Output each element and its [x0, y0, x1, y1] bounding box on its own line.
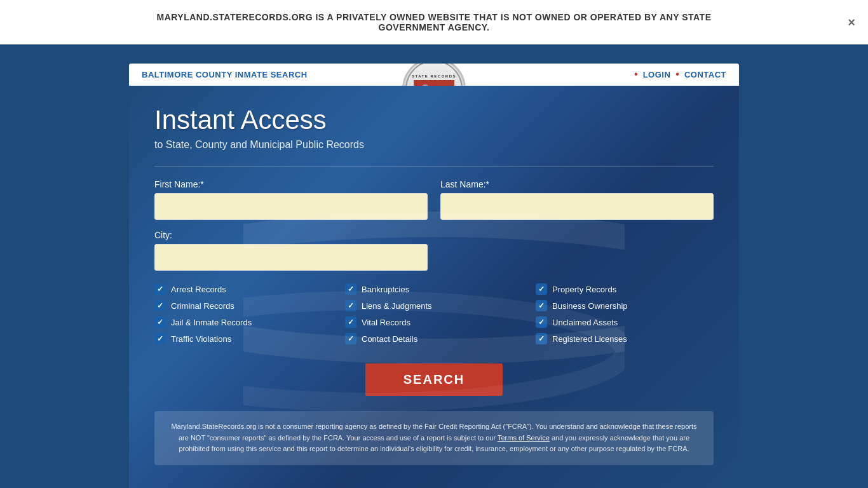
banner-close-button[interactable]: × [848, 15, 855, 29]
site-header: BALTIMORE COUNTY INMATE SEARCH STATE REC… [129, 64, 739, 86]
first-name-group: First Name:* [154, 179, 428, 220]
checkboxes-grid: Arrest RecordsBankruptciesProperty Recor… [154, 283, 714, 344]
checkbox-item-9: Traffic Violations [154, 333, 332, 344]
first-name-label: First Name:* [154, 179, 428, 189]
checkbox-icon-4[interactable] [345, 300, 356, 311]
checkbox-label-9: Traffic Violations [171, 334, 231, 344]
checkbox-label-4: Liens & Judgments [362, 301, 432, 311]
checkbox-item-6: Jail & Inmate Records [154, 316, 332, 328]
checkbox-item-11: Registered Licenses [536, 333, 714, 344]
logo-top-text: STATE RECORDS [412, 74, 456, 78]
banner-text: MARYLAND.STATERECORDS.ORG IS A PRIVATELY… [148, 12, 720, 32]
checkbox-icon-10[interactable] [345, 333, 356, 344]
main-container: BALTIMORE COUNTY INMATE SEARCH STATE REC… [129, 64, 739, 488]
disclaimer: Maryland.StateRecords.org is not a consu… [154, 411, 714, 465]
first-name-input[interactable] [154, 193, 428, 220]
checkbox-label-0: Arrest Records [171, 285, 226, 294]
checkbox-icon-9[interactable] [154, 333, 166, 344]
nav-dot-1: • [634, 69, 638, 80]
checkbox-item-1: Bankruptcies [345, 283, 523, 295]
checkbox-item-3: Criminal Records [154, 300, 332, 311]
site-title: BALTIMORE COUNTY INMATE SEARCH [142, 70, 308, 79]
checkbox-label-6: Jail & Inmate Records [171, 318, 252, 327]
checkbox-item-2: Property Records [536, 283, 714, 295]
checkbox-label-10: Contact Details [362, 334, 417, 344]
city-group: City: [154, 230, 428, 271]
checkbox-icon-6[interactable] [154, 316, 166, 328]
checkbox-label-3: Criminal Records [171, 301, 234, 311]
name-row: First Name:* Last Name:* [154, 179, 714, 220]
checkbox-item-7: Vital Records [345, 316, 523, 328]
checkbox-icon-0[interactable] [154, 283, 166, 295]
top-banner: MARYLAND.STATERECORDS.ORG IS A PRIVATELY… [0, 0, 868, 44]
divider [154, 166, 714, 166]
last-name-input[interactable] [440, 193, 714, 220]
checkbox-icon-2[interactable] [536, 283, 547, 295]
checkbox-label-2: Property Records [552, 285, 616, 294]
page-background: BALTIMORE COUNTY INMATE SEARCH STATE REC… [0, 44, 868, 488]
last-name-group: Last Name:* [440, 179, 714, 220]
checkbox-label-5: Business Ownership [552, 301, 628, 311]
checkbox-label-1: Bankruptcies [362, 285, 409, 294]
checkbox-icon-5[interactable] [536, 300, 547, 311]
checkbox-label-7: Vital Records [362, 318, 410, 327]
city-label: City: [154, 230, 428, 240]
contact-link[interactable]: CONTACT [684, 70, 726, 79]
city-input[interactable] [154, 244, 428, 271]
checkbox-label-8: Unclaimed Assets [552, 318, 618, 327]
checkbox-icon-11[interactable] [536, 333, 547, 344]
search-area: Instant Access to State, County and Muni… [129, 86, 739, 488]
last-name-label: Last Name:* [440, 179, 714, 189]
checkbox-item-0: Arrest Records [154, 283, 332, 295]
checkbox-item-10: Contact Details [345, 333, 523, 344]
nav-dot-2: • [675, 69, 679, 80]
site-nav: • LOGIN • CONTACT [634, 69, 726, 80]
checkbox-icon-1[interactable] [345, 283, 356, 295]
city-row: City: [154, 230, 714, 271]
checkbox-item-5: Business Ownership [536, 300, 714, 311]
search-button[interactable]: SEARCH [365, 363, 503, 396]
hero-title: Instant Access [154, 105, 714, 135]
checkbox-item-4: Liens & Judgments [345, 300, 523, 311]
checkbox-icon-3[interactable] [154, 300, 166, 311]
login-link[interactable]: LOGIN [643, 70, 671, 79]
checkbox-item-8: Unclaimed Assets [536, 316, 714, 328]
hero-subtitle: to State, County and Municipal Public Re… [154, 139, 714, 151]
checkbox-icon-8[interactable] [536, 316, 547, 328]
checkbox-icon-7[interactable] [345, 316, 356, 328]
search-btn-container: SEARCH [154, 363, 714, 396]
tos-link[interactable]: Terms of Service [498, 434, 550, 442]
checkbox-label-11: Registered Licenses [552, 334, 627, 344]
